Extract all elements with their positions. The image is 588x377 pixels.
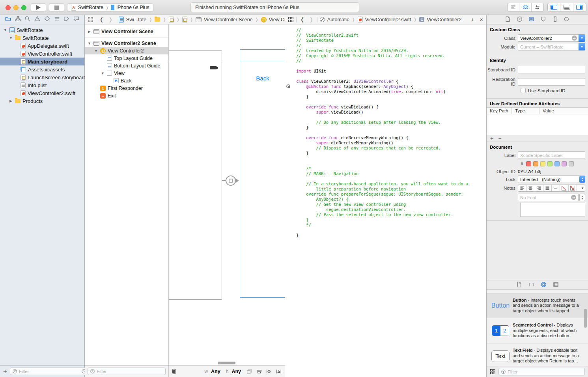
back-arrow-button[interactable]: ❬ [98, 17, 105, 22]
horizontal-scrollbar[interactable] [218, 362, 235, 364]
notes-more-button[interactable]: …▾ [577, 185, 585, 191]
utilities-toggle-button[interactable] [573, 3, 586, 11]
library-tab-code-snippets[interactable]: { } [528, 282, 534, 288]
pin-constraints-icon[interactable] [266, 369, 272, 374]
jumpbar-counterpart[interactable]: Automatic [327, 17, 349, 22]
inspector-tab-attributes[interactable] [540, 16, 546, 23]
navigator-item-main-storyboard[interactable]: Main.storyboard [0, 58, 84, 65]
swatch-purple[interactable] [562, 161, 567, 166]
notes-no-text-color-button[interactable]: a [569, 185, 577, 191]
library-tab-file-templates[interactable] [516, 282, 522, 288]
navigator-item-viewcontroller-swift[interactable]: ViewController.swift [0, 50, 84, 58]
inspector-tab-identity[interactable] [528, 16, 534, 23]
column-value[interactable]: Value [539, 108, 588, 114]
related-items-icon[interactable] [88, 17, 93, 22]
navigator-item-swiftrotate[interactable]: ▼SwiftRotate [0, 26, 84, 34]
outline-item-exit[interactable]: →Exit [85, 92, 168, 99]
align-button-icon[interactable] [256, 369, 262, 374]
standard-editor-button[interactable] [508, 3, 519, 11]
disclosure-triangle-icon[interactable]: ▶ [87, 30, 91, 34]
notes-align-justify-button[interactable] [543, 185, 552, 191]
library-filter-field[interactable] [498, 368, 585, 375]
swatch-none[interactable]: × [521, 161, 523, 166]
swatch-orange[interactable] [533, 161, 538, 166]
add-attribute-button[interactable]: + [490, 135, 493, 142]
assistant-editor-button[interactable] [519, 3, 531, 11]
forward-arrow-button[interactable]: ❭ [308, 17, 315, 22]
jumpbar-file[interactable]: ViewController2.swift [365, 17, 411, 22]
lock-dropdown[interactable]: Inherited - (Nothing) ▲▼ [518, 175, 585, 183]
notes-text-area[interactable] [520, 203, 585, 217]
swatch-green[interactable] [547, 161, 553, 166]
remove-attribute-button[interactable]: − [498, 135, 501, 142]
navigator-tab-symbols[interactable] [15, 16, 21, 23]
storyboard-canvas[interactable]: Back [169, 24, 285, 365]
swatch-yellow[interactable] [540, 161, 545, 166]
lock-stepper-icon[interactable]: ▲▼ [579, 176, 585, 183]
module-field[interactable]: Current – SwiftRotate ▼ [518, 43, 585, 50]
navigator-filter-field[interactable] [10, 368, 95, 375]
column-type[interactable]: Type [512, 108, 539, 114]
navigator-tab-tests[interactable] [44, 16, 50, 23]
view-controller-2-canvas[interactable]: Back [240, 49, 285, 298]
outline-item-view-controller-scene[interactable]: ▶View Controller Scene [85, 28, 168, 35]
restoration-id-input[interactable] [520, 79, 583, 84]
outline-item-view-controller2[interactable]: ▼View Controller2 [85, 47, 168, 54]
library-tab-objects[interactable] [541, 282, 547, 288]
navigator-filter-input[interactable] [19, 369, 80, 374]
navigator-tab-reports[interactable] [73, 16, 79, 23]
outline-filter-field[interactable] [88, 368, 166, 375]
navigator-toggle-button[interactable] [548, 3, 560, 11]
navigator-item-assets-xcassets[interactable]: Assets.xcassets [0, 65, 84, 73]
disclosure-triangle-icon[interactable]: ▶ [9, 99, 13, 103]
class-field[interactable]: ➜ ▼ [518, 34, 585, 42]
navigator-tab-breakpoints[interactable] [63, 16, 69, 23]
minimize-window-button[interactable] [13, 5, 19, 10]
size-class-w-value[interactable]: Any [211, 369, 220, 374]
library-scrollbar[interactable] [584, 309, 587, 328]
resolve-autolayout-icon[interactable] [276, 369, 282, 374]
navigator-tab-search[interactable] [24, 16, 30, 23]
back-arrow-button[interactable]: ❬ [299, 17, 306, 22]
close-window-button[interactable] [6, 5, 11, 10]
font-size-stepper[interactable]: ▲▼ [579, 194, 585, 201]
notes-align-right-button[interactable] [535, 185, 543, 191]
inspector-tab-connections[interactable] [564, 16, 570, 23]
swatch-gray[interactable] [569, 161, 574, 166]
navigator-item-swiftrotate[interactable]: ▼SwiftRotate [0, 34, 84, 42]
disclosure-triangle-icon[interactable]: ▼ [9, 36, 13, 40]
library-view-mode-icon[interactable] [490, 369, 496, 375]
library-filter-input[interactable] [508, 370, 582, 374]
navigator-item-info-plist[interactable]: Info.plist [0, 81, 84, 89]
navigator-item-products[interactable]: ▶Products [0, 97, 84, 105]
runtime-attributes-table[interactable] [487, 114, 588, 135]
column-key-path[interactable]: Key Path [487, 108, 512, 114]
navigator-tab-project[interactable] [5, 16, 11, 23]
document-label-field[interactable] [518, 151, 585, 159]
module-dropdown-button[interactable]: ▼ [579, 43, 585, 50]
outline-item-view[interactable]: ▼View [85, 69, 168, 77]
outline-item-bottom-layout-guide[interactable]: Bottom Layout Guide [85, 62, 168, 69]
font-field[interactable]: ➜ [518, 194, 579, 201]
class-input[interactable] [520, 36, 572, 41]
library-item-text-field[interactable]: TextText Field - Displays editable text … [487, 343, 588, 369]
disclosure-triangle-icon[interactable]: ▼ [3, 28, 7, 32]
scheme-selector[interactable]: A SwiftRotate ❭ iPhone 6s Plus [67, 3, 153, 12]
zoom-window-button[interactable] [21, 5, 26, 10]
class-dropdown-button[interactable]: ▼ [579, 34, 585, 42]
document-label-input[interactable] [520, 153, 583, 158]
related-items-icon[interactable] [288, 17, 294, 22]
inspector-tab-quick-help[interactable]: ? [517, 16, 523, 23]
notes-align-center-button[interactable] [526, 185, 535, 191]
add-file-button[interactable]: + [3, 368, 7, 375]
breadcrumb-scene[interactable]: View Controller Scene [204, 17, 252, 22]
close-assistant-button[interactable]: × [480, 16, 483, 23]
size-class-h-value[interactable]: Any [231, 369, 241, 374]
disclosure-triangle-icon[interactable]: ▼ [101, 71, 105, 75]
library-tab-media[interactable] [553, 282, 559, 288]
forward-arrow-button[interactable]: ❭ [107, 17, 114, 22]
run-button[interactable] [31, 3, 46, 12]
outline-item-view-controller2-scene[interactable]: ▼View Controller2 Scene [85, 39, 168, 47]
navigator-tab-issues[interactable] [34, 16, 40, 23]
view-controller-1-canvas[interactable] [169, 50, 222, 300]
